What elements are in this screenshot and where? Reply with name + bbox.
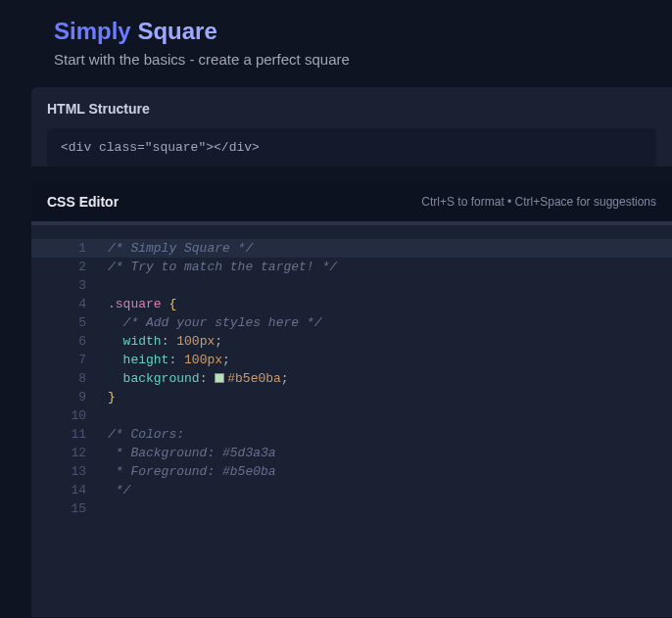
code-content[interactable]: .square {	[108, 295, 672, 313]
line-number: 5	[31, 313, 108, 332]
code-content[interactable]: height: 100px;	[108, 351, 672, 369]
line-number: 6	[31, 332, 108, 351]
line-number: 3	[31, 276, 108, 295]
code-line[interactable]: 7 height: 100px;	[31, 351, 672, 369]
line-number: 15	[31, 499, 108, 518]
line-number: 13	[31, 462, 108, 481]
line-number: 12	[31, 444, 108, 462]
code-line[interactable]: 12 * Background: #5d3a3a	[31, 444, 672, 462]
code-content[interactable]: * Foreground: #b5e0ba	[108, 462, 672, 481]
line-number: 10	[31, 406, 108, 425]
color-swatch-icon[interactable]	[215, 373, 224, 383]
code-content[interactable]: /* Try to match the target! */	[108, 258, 672, 276]
code-content[interactable]	[108, 499, 672, 518]
css-editor-title: CSS Editor	[47, 194, 119, 210]
line-number: 11	[31, 425, 108, 444]
code-content[interactable]: */	[108, 481, 672, 499]
code-content[interactable]: /* Colors:	[108, 425, 672, 444]
html-code-block: <div class="square"></div>	[47, 128, 656, 166]
css-code-editor[interactable]: 1/* Simply Square */2/* Try to match the…	[31, 225, 672, 617]
code-line[interactable]: 2/* Try to match the target! */	[31, 258, 672, 276]
css-editor-header: CSS Editor Ctrl+S to format • Ctrl+Space…	[31, 182, 672, 221]
code-line[interactable]: 6 width: 100px;	[31, 332, 672, 351]
line-number: 9	[31, 388, 108, 406]
line-number: 14	[31, 481, 108, 499]
code-line[interactable]: 14 */	[31, 481, 672, 499]
code-content[interactable]	[108, 406, 672, 425]
code-content[interactable]: /* Add your styles here */	[108, 313, 672, 332]
code-line[interactable]: 10	[31, 406, 672, 425]
challenge-title: Simply Square	[54, 18, 618, 45]
code-content[interactable]: * Background: #5d3a3a	[108, 444, 672, 462]
code-line[interactable]: 1/* Simply Square */	[31, 239, 672, 258]
html-structure-label: HTML Structure	[47, 101, 656, 117]
html-structure-panel: HTML Structure <div class="square"></div…	[31, 87, 672, 166]
css-editor-hints: Ctrl+S to format • Ctrl+Space for sugges…	[421, 195, 656, 209]
code-line[interactable]: 3	[31, 276, 672, 295]
code-line[interactable]: 9}	[31, 388, 672, 406]
code-content[interactable]: background: #b5e0ba;	[108, 369, 672, 388]
code-content[interactable]: width: 100px;	[108, 332, 672, 351]
code-line[interactable]: 4.square {	[31, 295, 672, 313]
line-number: 4	[31, 295, 108, 313]
challenge-header: Simply Square Start with the basics - cr…	[0, 0, 672, 87]
line-number: 7	[31, 351, 108, 369]
title-word-1: Simply	[54, 18, 131, 44]
code-line[interactable]: 13 * Foreground: #b5e0ba	[31, 462, 672, 481]
line-number: 2	[31, 258, 108, 276]
line-number: 1	[31, 239, 108, 258]
title-word-2: Square	[137, 18, 216, 44]
code-line[interactable]: 11/* Colors:	[31, 425, 672, 444]
code-content[interactable]	[108, 276, 672, 295]
line-number: 8	[31, 369, 108, 388]
code-line[interactable]: 15	[31, 499, 672, 518]
code-line[interactable]: 5 /* Add your styles here */	[31, 313, 672, 332]
challenge-subtitle: Start with the basics - create a perfect…	[54, 51, 618, 68]
code-content[interactable]: }	[108, 388, 672, 406]
code-line[interactable]: 8 background: #b5e0ba;	[31, 369, 672, 388]
code-content[interactable]: /* Simply Square */	[108, 239, 672, 258]
